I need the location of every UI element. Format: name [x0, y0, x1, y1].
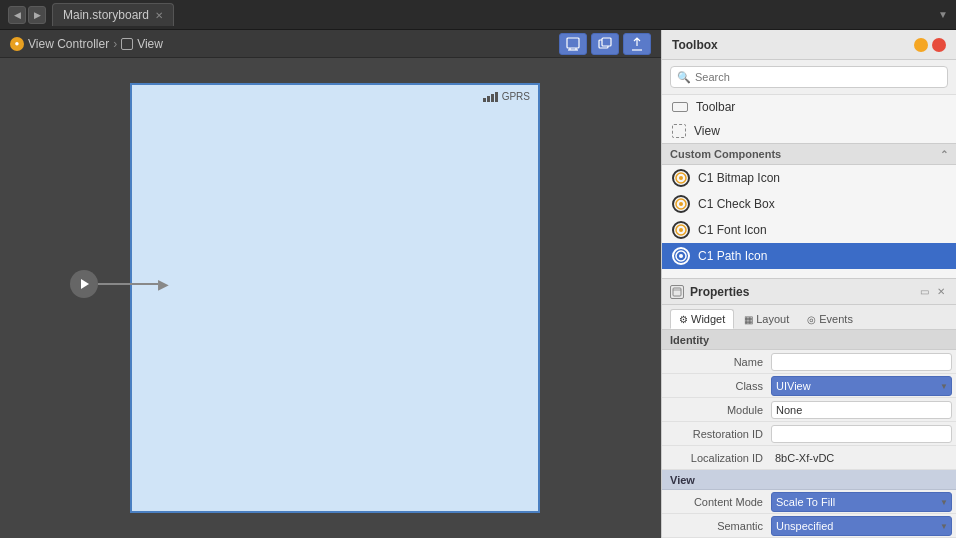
tab-close-button[interactable]: ✕ [155, 10, 163, 21]
semantic-label: Semantic [666, 520, 771, 532]
section-collapse-icon[interactable]: ⌃ [940, 149, 948, 160]
forward-button[interactable]: ▶ [28, 6, 46, 24]
toolbox-item-toolbar[interactable]: Toolbar [662, 95, 956, 119]
name-row: Name [662, 350, 956, 374]
toolbox-close-button[interactable] [932, 38, 946, 52]
canvas-viewport[interactable]: GPRS [0, 58, 661, 538]
content-mode-row: Content Mode Scale To Fill [662, 490, 956, 514]
tab-main-storyboard[interactable]: Main.storyboard ✕ [52, 3, 174, 26]
view-controller-icon: ● [10, 37, 24, 51]
arrow-head-icon: ▶ [158, 276, 169, 292]
arrow-circle-icon [70, 270, 98, 298]
canvas-toolbar [559, 33, 651, 55]
tab-events[interactable]: ◎ Events [799, 309, 861, 329]
svg-point-13 [679, 228, 683, 232]
breadcrumb-controller-label: View Controller [28, 37, 109, 51]
checkbox-item-icon [672, 195, 690, 213]
toolbox-item-checkbox[interactable]: C1 Check Box [662, 191, 956, 217]
custom-components-header: Custom Components ⌃ [662, 143, 956, 165]
restoration-input[interactable] [771, 425, 952, 443]
properties-minimize-button[interactable]: ▭ [917, 285, 931, 299]
properties-controls: ▭ ✕ [917, 285, 948, 299]
tab-layout[interactable]: ▦ Layout [736, 309, 797, 329]
initial-view-controller-arrow: ▶ [70, 270, 169, 298]
toolbox-search-area: 🔍 [662, 60, 956, 95]
breadcrumb-view-label: View [137, 37, 163, 51]
properties-icon [670, 285, 684, 299]
toolbar-btn-1[interactable] [559, 33, 587, 55]
tab-dropdown-button[interactable]: ▼ [938, 9, 948, 20]
toolbox-item-view[interactable]: View [662, 119, 956, 143]
bitmap-item-label: C1 Bitmap Icon [698, 171, 780, 185]
layout-tab-label: Layout [756, 313, 789, 325]
view-item-icon [672, 124, 686, 138]
toolbar-btn-3[interactable] [623, 33, 651, 55]
toolbox-controls [914, 38, 946, 52]
properties-title: Properties [690, 285, 911, 299]
name-input[interactable] [771, 353, 952, 371]
view-section-header: View [662, 470, 956, 490]
device-frame: GPRS [130, 83, 540, 513]
svg-rect-0 [567, 38, 579, 48]
events-tab-icon: ◎ [807, 314, 816, 325]
class-row: Class UIView [662, 374, 956, 398]
svg-marker-7 [81, 279, 89, 289]
semantic-value: Unspecified [771, 516, 952, 536]
tab-widget[interactable]: ⚙ Widget [670, 309, 734, 329]
properties-panel: Properties ▭ ✕ ⚙ Widget ▦ Layout ◎ [662, 278, 956, 538]
class-value: UIView [771, 376, 952, 396]
title-bar: ◀ ▶ Main.storyboard ✕ ▼ [0, 0, 956, 30]
svg-rect-16 [673, 288, 681, 296]
search-icon: 🔍 [677, 71, 691, 84]
pathicon-item-label: C1 Path Icon [698, 249, 767, 263]
module-row: Module [662, 398, 956, 422]
nav-buttons: ◀ ▶ [8, 6, 46, 24]
toolbox-item-bitmap[interactable]: C1 Bitmap Icon [662, 165, 956, 191]
toolbar-item-label: Toolbar [696, 100, 735, 114]
layout-tab-icon: ▦ [744, 314, 753, 325]
gprs-label: GPRS [502, 91, 530, 102]
fonticon-item-label: C1 Font Icon [698, 223, 767, 237]
breadcrumb-view-controller[interactable]: ● View Controller [10, 37, 109, 51]
content-mode-select[interactable]: Scale To Fill [771, 492, 952, 512]
widget-tab-icon: ⚙ [679, 314, 688, 325]
toolbox-item-pathicon[interactable]: C1 Path Icon [662, 243, 956, 269]
identity-section-label: Identity [670, 334, 709, 346]
identity-section-header: Identity [662, 330, 956, 350]
main-area: ● View Controller › View [0, 30, 956, 538]
name-label: Name [666, 356, 771, 368]
module-input[interactable] [771, 401, 952, 419]
class-select[interactable]: UIView [771, 376, 952, 396]
semantic-row: Semantic Unspecified [662, 514, 956, 538]
module-value [771, 401, 952, 419]
restoration-value [771, 425, 952, 443]
semantic-select[interactable]: Unspecified [771, 516, 952, 536]
class-label: Class [666, 380, 771, 392]
toolbox-item-fonticon[interactable]: C1 Font Icon [662, 217, 956, 243]
localization-row: Localization ID 8bC-Xf-vDC [662, 446, 956, 470]
back-button[interactable]: ◀ [8, 6, 26, 24]
toolbar-btn-2[interactable] [591, 33, 619, 55]
properties-close-button[interactable]: ✕ [934, 285, 948, 299]
properties-tabs: ⚙ Widget ▦ Layout ◎ Events [662, 305, 956, 330]
signal-bars-icon [483, 92, 498, 102]
toolbox-title: Toolbox [672, 38, 914, 52]
view-section-label: View [670, 474, 695, 486]
toolbox-minimize-button[interactable] [914, 38, 928, 52]
custom-components-label: Custom Components [670, 148, 781, 160]
breadcrumb-view[interactable]: View [121, 37, 163, 51]
view-item-label: View [694, 124, 720, 138]
restoration-label: Restoration ID [666, 428, 771, 440]
localization-label: Localization ID [666, 452, 771, 464]
search-input[interactable] [695, 71, 941, 83]
restoration-row: Restoration ID [662, 422, 956, 446]
content-mode-label: Content Mode [666, 496, 771, 508]
pathicon-item-icon [672, 247, 690, 265]
tab-label: Main.storyboard [63, 8, 149, 22]
toolbox-list: Toolbar View Custom Components ⌃ C1 Bitm… [662, 95, 956, 278]
name-value [771, 353, 952, 371]
widget-tab-label: Widget [691, 313, 725, 325]
checkbox-item-label: C1 Check Box [698, 197, 775, 211]
search-box: 🔍 [670, 66, 948, 88]
svg-point-15 [679, 254, 683, 258]
